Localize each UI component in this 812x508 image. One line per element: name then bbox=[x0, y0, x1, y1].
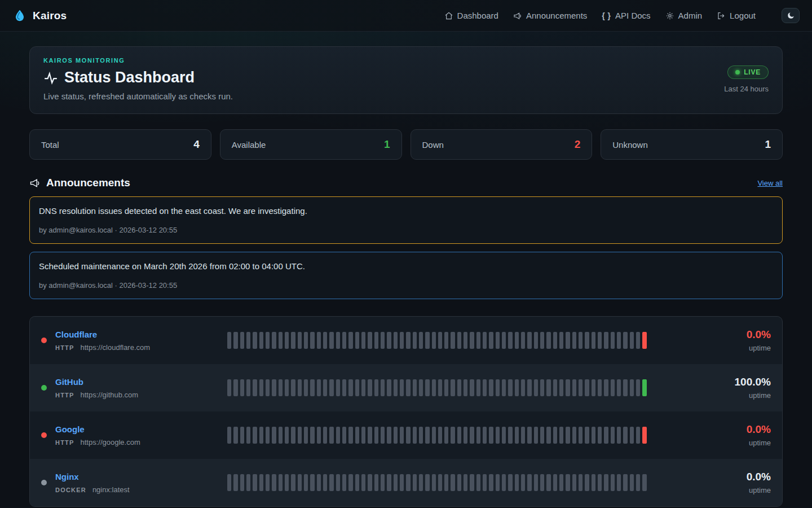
services-list: Cloudflare HTTP https://cloudflare.com 0… bbox=[29, 316, 783, 507]
service-subline: DOCKER nginx:latest bbox=[55, 485, 130, 494]
announcements-header: Announcements View all bbox=[29, 177, 783, 189]
hero-eyebrow: KAIROS MONITORING bbox=[43, 57, 233, 64]
stat-value: 1 bbox=[384, 138, 390, 151]
brand[interactable]: Kairos bbox=[12, 8, 67, 23]
gear-icon bbox=[665, 11, 674, 20]
status-dot-icon bbox=[41, 385, 47, 391]
uptime-percent: 100.0% bbox=[664, 376, 771, 388]
service-uptime: 0.0% uptime bbox=[664, 329, 771, 352]
nav-item-label: Announcements bbox=[526, 11, 587, 20]
page-title: Status Dashboard bbox=[43, 69, 233, 86]
service-row-github: GitHub HTTP https://github.com 100.0% up… bbox=[30, 364, 782, 411]
service-info: Google HTTP https://google.com bbox=[41, 424, 227, 446]
service-target: https://cloudflare.com bbox=[81, 343, 151, 352]
service-info: Nginx DOCKER nginx:latest bbox=[41, 472, 227, 494]
service-text: Nginx DOCKER nginx:latest bbox=[55, 472, 130, 494]
service-type-badge: HTTP bbox=[55, 344, 74, 351]
service-uptime: 0.0% uptime bbox=[664, 423, 771, 447]
brand-name: Kairos bbox=[33, 10, 67, 22]
nav-item-announcements[interactable]: Announcements bbox=[513, 11, 587, 20]
stat-label: Available bbox=[232, 140, 266, 150]
nav-item-api-docs[interactable]: { } API Docs bbox=[602, 11, 650, 20]
uptime-history-bars bbox=[227, 379, 647, 396]
stat-card-unknown: Unknown 1 bbox=[601, 129, 783, 160]
live-dot-icon bbox=[735, 70, 740, 75]
uptime-percent: 0.0% bbox=[664, 423, 771, 436]
service-name-link[interactable]: GitHub bbox=[55, 377, 83, 387]
stat-card-total: Total 4 bbox=[29, 129, 211, 160]
megaphone-icon bbox=[513, 11, 522, 20]
page-title-text: Status Dashboard bbox=[64, 69, 195, 86]
announcement-card: Scheduled maintenance on March 20th 2026… bbox=[29, 252, 783, 299]
service-info: Cloudflare HTTP https://cloudflare.com bbox=[41, 330, 227, 352]
nav-links: Dashboard Announcements { } API Docs Adm… bbox=[444, 8, 800, 23]
service-subline: HTTP https://github.com bbox=[55, 391, 138, 399]
uptime-percent: 0.0% bbox=[664, 329, 771, 341]
announcement-card: DNS resolution issues detected on the ea… bbox=[29, 196, 783, 244]
hero-right: LIVE Last 24 hours bbox=[724, 57, 769, 101]
status-dot-icon bbox=[41, 480, 47, 485]
megaphone-icon bbox=[29, 177, 41, 189]
service-row-cloudflare: Cloudflare HTTP https://cloudflare.com 0… bbox=[30, 317, 782, 364]
uptime-label: uptime bbox=[664, 344, 771, 352]
uptime-label: uptime bbox=[664, 486, 771, 494]
announcements-heading: Announcements bbox=[29, 177, 130, 189]
service-text: Google HTTP https://google.com bbox=[55, 424, 140, 446]
view-all-link[interactable]: View all bbox=[757, 179, 783, 187]
uptime-label: uptime bbox=[664, 439, 771, 447]
navbar: Kairos Dashboard Announcements { } API D… bbox=[0, 0, 812, 32]
uptime-label: uptime bbox=[664, 391, 771, 400]
home-icon bbox=[444, 11, 453, 20]
announcement-meta: by admin@kairos.local · 2026-03-12 20:55 bbox=[39, 226, 773, 234]
nav-item-dashboard[interactable]: Dashboard bbox=[444, 11, 498, 20]
service-target: https://google.com bbox=[81, 438, 140, 446]
uptime-history-bars bbox=[227, 332, 647, 349]
nav-item-label: Admin bbox=[678, 11, 703, 20]
service-info: GitHub HTTP https://github.com bbox=[41, 377, 227, 399]
service-type-badge: HTTP bbox=[55, 439, 74, 446]
stat-value: 1 bbox=[765, 138, 771, 151]
stat-label: Down bbox=[422, 140, 444, 150]
announcement-meta: by admin@kairos.local · 2026-03-12 20:55 bbox=[39, 281, 773, 290]
nav-item-admin[interactable]: Admin bbox=[665, 11, 703, 20]
service-subline: HTTP https://google.com bbox=[55, 438, 140, 446]
stat-card-available: Available 1 bbox=[220, 129, 402, 160]
nav-item-label: Dashboard bbox=[457, 11, 498, 20]
announcements-heading-text: Announcements bbox=[46, 177, 130, 189]
stat-label: Unknown bbox=[612, 140, 648, 150]
announcement-message: DNS resolution issues detected on the ea… bbox=[39, 206, 773, 216]
service-name-link[interactable]: Nginx bbox=[55, 472, 79, 481]
service-subline: HTTP https://cloudflare.com bbox=[55, 343, 150, 352]
logout-icon bbox=[717, 11, 726, 20]
announcement-message: Scheduled maintenance on March 20th 2026… bbox=[39, 261, 773, 271]
nav-item-label: Logout bbox=[730, 11, 756, 20]
status-dot-icon bbox=[41, 338, 47, 343]
braces-icon: { } bbox=[602, 11, 611, 20]
theme-toggle-button[interactable] bbox=[782, 8, 800, 23]
live-badge-label: LIVE bbox=[744, 68, 761, 76]
service-name-link[interactable]: Google bbox=[55, 424, 85, 434]
service-target: nginx:latest bbox=[92, 485, 130, 494]
activity-pulse-icon bbox=[43, 71, 58, 85]
service-row-google: Google HTTP https://google.com 0.0% upti… bbox=[30, 411, 782, 459]
time-range-label: Last 24 hours bbox=[724, 85, 769, 93]
hero-subtitle: Live status, refreshed automatically as … bbox=[43, 91, 233, 101]
stat-value: 4 bbox=[193, 138, 200, 151]
nav-item-label: API Docs bbox=[615, 11, 651, 20]
announcements-section: Announcements View all DNS resolution is… bbox=[29, 177, 783, 299]
live-badge: LIVE bbox=[727, 65, 769, 79]
service-row-nginx: Nginx DOCKER nginx:latest 0.0% uptime bbox=[30, 459, 782, 506]
service-name-link[interactable]: Cloudflare bbox=[55, 330, 97, 339]
service-type-badge: HTTP bbox=[55, 392, 74, 398]
moon-icon bbox=[787, 11, 795, 20]
stat-label: Total bbox=[41, 140, 59, 150]
nav-item-logout[interactable]: Logout bbox=[717, 11, 756, 20]
service-uptime: 0.0% uptime bbox=[664, 471, 771, 494]
stats-row: Total 4 Available 1 Down 2 Unknown 1 bbox=[29, 129, 783, 160]
hero-card: KAIROS MONITORING Status Dashboard Live … bbox=[29, 46, 783, 114]
hero-left: KAIROS MONITORING Status Dashboard Live … bbox=[43, 57, 233, 101]
stat-value: 2 bbox=[575, 138, 581, 151]
logo-droplet-icon bbox=[12, 8, 27, 23]
service-uptime: 100.0% uptime bbox=[664, 376, 771, 400]
service-text: Cloudflare HTTP https://cloudflare.com bbox=[55, 330, 150, 352]
